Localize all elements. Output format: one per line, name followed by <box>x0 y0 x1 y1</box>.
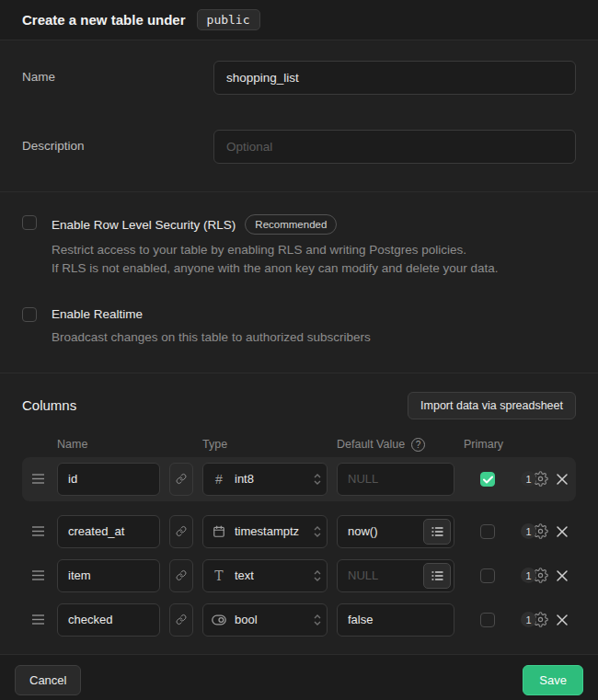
table-row: # int8 1 <box>22 457 576 501</box>
primary-checkbox[interactable] <box>480 613 495 627</box>
name-label: Name <box>22 61 213 95</box>
default-value-input[interactable] <box>337 463 454 496</box>
table-name-input[interactable] <box>213 61 576 95</box>
primary-checkbox[interactable] <box>480 568 495 583</box>
close-icon <box>556 614 569 626</box>
drag-handle-icon[interactable] <box>31 569 48 581</box>
column-type-value: timestamptz <box>235 524 299 538</box>
toggles-section: Enable Row Level Security (RLS) Recommen… <box>0 192 598 373</box>
column-type-select[interactable]: bool <box>202 603 328 637</box>
help-icon[interactable]: ? <box>411 438 425 452</box>
dialog-header: Create a new table under public <box>0 0 598 40</box>
header-type: Type <box>202 438 328 451</box>
remove-column-button[interactable] <box>556 525 569 538</box>
foreign-key-button[interactable] <box>169 603 193 637</box>
column-type-select[interactable]: # int8 <box>202 463 328 496</box>
columns-header-bar: Columns Import data via spreadsheet <box>22 392 576 419</box>
column-name-input[interactable] <box>57 603 160 637</box>
dialog-footer: Cancel Save <box>0 654 598 700</box>
description-field-wrap <box>213 130 576 164</box>
primary-checkbox[interactable] <box>480 472 495 487</box>
header-name: Name <box>57 438 160 451</box>
column-type-value: bool <box>235 613 258 626</box>
row-actions: 1 <box>521 523 569 539</box>
calendar-icon <box>212 525 226 538</box>
schema-badge: public <box>197 9 260 30</box>
rls-checkbox[interactable] <box>22 215 37 230</box>
close-icon <box>556 525 569 538</box>
remove-column-button[interactable] <box>556 569 569 582</box>
realtime-description: Broadcast changes on this table to autho… <box>52 328 576 347</box>
rls-description-line2: If RLS is not enabled, anyone with the a… <box>52 259 576 278</box>
cancel-button[interactable]: Cancel <box>15 665 81 695</box>
primary-cell <box>464 568 512 583</box>
drag-handle-icon[interactable] <box>31 614 48 625</box>
remove-column-button[interactable] <box>556 614 569 626</box>
columns-section: Columns Import data via spreadsheet Name… <box>0 373 598 654</box>
toggle-icon <box>212 614 226 625</box>
rls-label: Enable Row Level Security (RLS) <box>52 218 236 232</box>
header-primary: Primary <box>464 438 512 451</box>
column-settings-button[interactable]: 1 <box>521 523 548 539</box>
text-type-icon: T <box>212 568 226 583</box>
chevron-up-down-icon <box>314 525 321 538</box>
default-value-wrap <box>337 603 454 637</box>
description-row: Description <box>22 130 576 164</box>
name-row: Name <box>22 61 576 95</box>
column-name-input[interactable] <box>57 515 160 548</box>
default-value-wrap <box>337 463 454 496</box>
column-name-input[interactable] <box>57 463 160 496</box>
default-value-picker-button[interactable] <box>423 563 451 589</box>
save-button[interactable]: Save <box>523 665 583 695</box>
table-row: timestamptz 1 <box>22 512 576 551</box>
foreign-key-button[interactable] <box>169 559 193 592</box>
rls-description: Restrict access to your table by enablin… <box>52 241 576 277</box>
realtime-toggle-block: Enable Realtime Broadcast changes on thi… <box>22 306 576 347</box>
chevron-up-down-icon <box>314 614 321 626</box>
foreign-key-button[interactable] <box>169 515 193 548</box>
primary-cell <box>464 471 512 487</box>
rls-toggle-block: Enable Row Level Security (RLS) Recommen… <box>22 214 576 277</box>
default-value-input[interactable] <box>337 603 454 637</box>
basic-info-section: Name Description <box>0 40 598 192</box>
column-settings-button[interactable]: 1 <box>521 471 548 487</box>
chevron-up-down-icon <box>314 473 321 486</box>
table-description-input[interactable] <box>213 130 576 164</box>
realtime-checkbox[interactable] <box>22 307 37 322</box>
description-label: Description <box>22 130 213 164</box>
foreign-key-button[interactable] <box>169 463 193 496</box>
chevron-up-down-icon <box>314 569 321 582</box>
column-settings-button[interactable]: 1 <box>521 612 548 627</box>
default-value-picker-button[interactable] <box>423 519 451 545</box>
realtime-label: Enable Realtime <box>52 307 143 321</box>
column-type-value: int8 <box>235 472 254 486</box>
rls-description-line1: Restrict access to your table by enablin… <box>52 241 576 259</box>
import-spreadsheet-button[interactable]: Import data via spreadsheet <box>408 392 576 419</box>
close-icon <box>556 569 569 582</box>
default-value-wrap <box>337 515 454 548</box>
drag-handle-icon[interactable] <box>31 525 48 537</box>
primary-cell <box>464 523 512 539</box>
columns-title: Columns <box>22 397 76 413</box>
row-actions: 1 <box>521 471 569 487</box>
column-type-select[interactable]: T text <box>202 559 328 592</box>
hash-icon: # <box>212 472 226 487</box>
default-value-wrap <box>337 559 454 592</box>
close-icon <box>556 473 569 486</box>
column-name-input[interactable] <box>57 559 160 592</box>
realtime-title-row: Enable Realtime <box>52 306 576 322</box>
create-table-dialog: Create a new table under public Name Des… <box>0 0 598 700</box>
drag-handle-icon[interactable] <box>31 473 48 485</box>
recommended-badge: Recommended <box>245 214 337 235</box>
list-icon <box>431 570 443 581</box>
table-row: T text 1 <box>22 557 576 595</box>
column-settings-button[interactable]: 1 <box>521 568 548 583</box>
primary-cell <box>464 612 512 627</box>
primary-checkbox[interactable] <box>480 524 495 539</box>
dialog-title: Create a new table under <box>22 12 186 28</box>
row-actions: 1 <box>521 612 569 627</box>
column-type-select[interactable]: timestamptz <box>202 515 328 548</box>
remove-column-button[interactable] <box>556 473 569 486</box>
check-icon <box>483 476 493 484</box>
rls-title-row: Enable Row Level Security (RLS) Recommen… <box>52 214 576 235</box>
